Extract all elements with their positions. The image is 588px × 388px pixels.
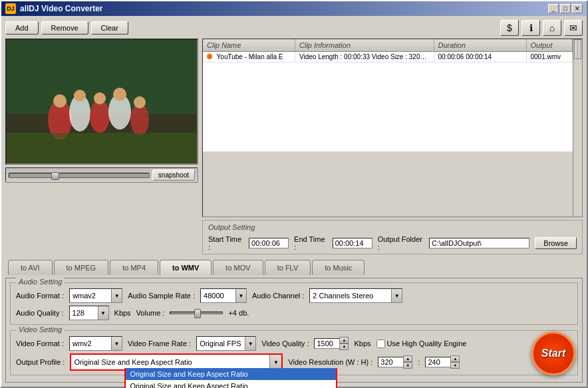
width-spinner[interactable]: ▲ ▼ (378, 355, 412, 369)
quality-select[interactable]: 128 ▼ (69, 306, 109, 320)
seek-bar[interactable]: snapshoot (5, 167, 198, 183)
header-output: Output (527, 39, 573, 51)
quality-input[interactable] (314, 338, 339, 349)
title-bar: DJ allDJ Video Converter _ □ ✕ (1, 1, 587, 16)
status-dot (207, 54, 212, 59)
vformat-select[interactable]: wmv2 ▼ (69, 336, 122, 351)
vformat-dropdown-arrow[interactable]: ▼ (111, 337, 122, 350)
maximize-button[interactable]: □ (560, 4, 571, 13)
tab-flv[interactable]: to FLV (265, 260, 311, 275)
tab-avi[interactable]: to AVI (8, 260, 53, 275)
cell-duration: 00:00:06 00:00:14 (434, 52, 527, 62)
cell-info: Video Length : 00:00:33 Video Size : 320… (295, 52, 434, 62)
end-time-label: End Time : (294, 235, 327, 251)
main-content: Add Remove Clear $ ℹ ⌂ ✉ (1, 16, 587, 387)
start-time-input[interactable] (249, 238, 289, 248)
tab-wmv[interactable]: to WMV (160, 260, 212, 275)
seek-thumb[interactable] (51, 172, 59, 180)
channel-dropdown-arrow[interactable]: ▼ (391, 289, 402, 302)
table-row[interactable]: YouTube - Milan alla E Video Length : 00… (203, 52, 573, 62)
add-button[interactable]: Add (5, 21, 39, 35)
audio-setting-title: Audio Setting (16, 278, 65, 286)
header-clip-info: Clip Information (295, 39, 434, 51)
audio-format-select[interactable]: wmav2 ▼ (69, 288, 122, 303)
channel-label: Audio Channel : (252, 292, 304, 300)
svg-rect-12 (7, 133, 197, 163)
scrollbar-thumb[interactable] (574, 39, 581, 59)
resolution-separator: : (418, 358, 420, 366)
browse-button[interactable]: Browse (535, 237, 577, 249)
height-up-button[interactable]: ▲ (450, 355, 460, 362)
width-down-button[interactable]: ▼ (403, 362, 412, 369)
slider-track[interactable] (170, 312, 223, 314)
high-quality-label[interactable]: Use High Quality Engine (376, 340, 467, 348)
svg-point-11 (134, 96, 146, 108)
vquality-label: Video Quality : (261, 340, 309, 347)
end-time-input[interactable] (333, 238, 372, 248)
main-window: DJ allDJ Video Converter _ □ ✕ Add Remov… (0, 0, 588, 388)
toolbar: Add Remove Clear $ ℹ ⌂ ✉ (5, 20, 583, 36)
scrollbar[interactable] (573, 39, 582, 217)
video-setting-section: Video Setting Video Format : wmv2 ▼ Vide… (10, 330, 578, 375)
seek-track[interactable] (9, 173, 150, 178)
quality-up-button[interactable]: ▲ (339, 337, 349, 343)
home-icon-button[interactable]: ⌂ (543, 20, 561, 36)
info-icon-button[interactable]: ℹ (521, 20, 540, 36)
settings-panel: Audio Setting Audio Format : wmav2 ▼ Aud… (5, 278, 583, 383)
height-input[interactable] (425, 357, 450, 367)
svg-point-7 (53, 94, 67, 108)
output-row: Start Time : End Time : Output Folder : … (208, 235, 577, 251)
main-area: snapshoot Clip Name Clip Information Dur… (5, 39, 583, 254)
tab-music[interactable]: to Music (312, 260, 365, 275)
slider-thumb[interactable] (194, 309, 201, 318)
profile-dropdown-arrow[interactable]: ▼ (269, 355, 281, 369)
app-icon: DJ (5, 3, 16, 14)
video-content (7, 40, 197, 163)
cell-output: 0001.wmv (527, 52, 573, 62)
profile-option-2[interactable]: Original Size and Keep Aspect Ratio (126, 380, 336, 388)
tab-mpeg[interactable]: to MPEG (54, 260, 109, 275)
tab-mov[interactable]: to MOV (213, 260, 263, 275)
file-table: Clip Name Clip Information Duration Outp… (202, 39, 583, 217)
clear-button[interactable]: Clear (91, 21, 128, 35)
close-button[interactable]: ✕ (572, 4, 583, 13)
frame-rate-dropdown-arrow[interactable]: ▼ (245, 337, 255, 350)
cell-name: YouTube - Milan alla E (203, 52, 295, 62)
volume-slider[interactable] (170, 312, 223, 314)
channel-select[interactable]: 2 Channels Stereo ▼ (309, 288, 402, 303)
high-quality-checkbox[interactable] (376, 340, 385, 348)
audio-setting-section: Audio Setting Audio Format : wmav2 ▼ Aud… (10, 282, 578, 325)
table-header: Clip Name Clip Information Duration Outp… (203, 39, 573, 52)
output-folder-input[interactable] (429, 238, 529, 248)
svg-point-9 (94, 92, 106, 104)
audio-row-2: Audio Quality : 128 ▼ Kbps Volume : +4 d… (16, 306, 572, 320)
sample-rate-select[interactable]: 48000 ▼ (200, 288, 247, 303)
width-up-button[interactable]: ▲ (403, 355, 412, 362)
sample-rate-dropdown-arrow[interactable]: ▼ (235, 289, 246, 302)
audio-format-dropdown-arrow[interactable]: ▼ (111, 289, 122, 302)
start-button[interactable]: Start (531, 332, 575, 375)
frame-rate-label: Video Frame Rate : (128, 340, 191, 347)
quality-label: Audio Quality : (16, 309, 64, 317)
quality-spinner[interactable]: ▲ ▼ (314, 337, 349, 350)
volume-label: Volume : (136, 309, 165, 317)
quality-dropdown-arrow[interactable]: ▼ (98, 306, 108, 320)
kbps-label: Kbps (114, 309, 131, 317)
output-setting-title: Output Setting (208, 223, 577, 231)
tab-mp4[interactable]: to MP4 (110, 260, 158, 275)
profile-option-1[interactable]: Original Size and Keep Aspect Ratio (126, 368, 336, 380)
resolution-label: Video Resolution (W : H) : (288, 358, 372, 366)
minimize-button[interactable]: _ (548, 4, 559, 13)
svg-point-10 (113, 88, 126, 101)
dollar-icon-button[interactable]: $ (500, 20, 519, 36)
width-input[interactable] (378, 357, 403, 367)
height-spinner[interactable]: ▲ ▼ (425, 355, 460, 369)
mail-icon-button[interactable]: ✉ (564, 20, 583, 36)
video-setting-title: Video Setting (16, 326, 65, 334)
profile-label: Output Profile : (16, 358, 65, 366)
snapshot-button[interactable]: snapshoot (152, 169, 195, 181)
quality-down-button[interactable]: ▼ (339, 343, 349, 350)
remove-button[interactable]: Remove (41, 21, 88, 35)
height-down-button[interactable]: ▼ (450, 362, 460, 369)
frame-rate-select[interactable]: Original FPS ▼ (196, 336, 256, 351)
